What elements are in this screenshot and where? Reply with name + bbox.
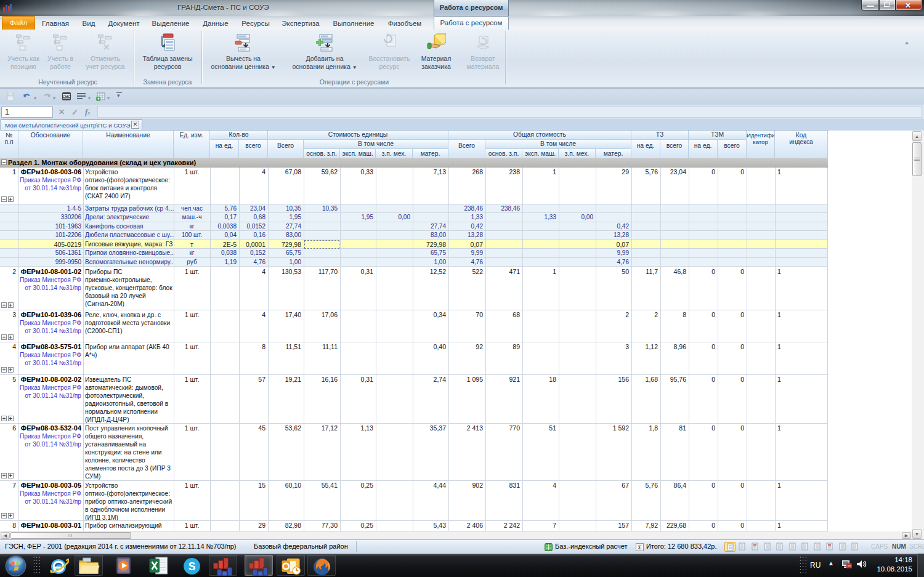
svg-text:Σ: Σ [638,544,642,551]
svg-text:СМС: СМС [63,95,70,99]
svg-text:S: S [188,560,195,573]
